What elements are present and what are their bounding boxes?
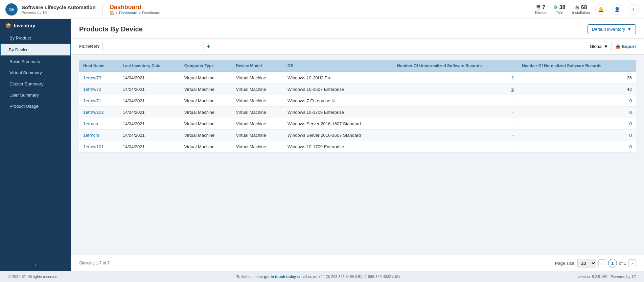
sidebar: 📦 Inventory By Product By Device Basic S… xyxy=(0,19,71,271)
unnormalized-count-link[interactable]: 2 xyxy=(511,75,514,80)
sidebar-item-cluster-summary[interactable]: Cluster Summary xyxy=(0,78,71,89)
inventory-icon: 📦 xyxy=(5,23,11,28)
col-computer-type: Computer Type xyxy=(180,60,232,72)
breadcrumb-dashboard-link[interactable]: Dashboard xyxy=(119,11,137,15)
prev-page-button[interactable]: ‹ xyxy=(598,259,606,267)
host-name-link[interactable]: 1etrnw101 xyxy=(83,144,104,149)
host-name-link[interactable]: 1etrncm xyxy=(83,133,99,138)
breadcrumb-separator1: > xyxy=(116,11,118,15)
export-icon: 📤 xyxy=(615,44,621,49)
export-label: Export xyxy=(622,44,636,49)
stat-installation: 🖨️ 68 Installation xyxy=(572,4,590,15)
sidebar-user-summary-label: User Summary xyxy=(9,93,39,98)
cell-last-inventory-date: 14/04/2021 xyxy=(119,130,180,141)
global-label: Global xyxy=(590,44,602,49)
sidebar-item-virtual-summary[interactable]: Virtual Summary xyxy=(0,67,71,78)
sidebar-cluster-summary-label: Cluster Summary xyxy=(9,81,43,86)
breadcrumb-home-icon: 🏠 xyxy=(110,11,114,15)
col-unnormalized: Number Of Unnormalized Software Records xyxy=(393,60,518,72)
cell-normalized: 0 xyxy=(518,107,636,118)
content-header: Products By Device Default Inventory ▼ xyxy=(71,19,644,39)
sidebar-item-by-device[interactable]: By Device xyxy=(0,44,71,56)
cell-os: Windows 10-1709 Enterprise xyxy=(283,141,393,153)
cell-device-model: Virtual Machine xyxy=(232,130,283,141)
sidebar-by-product-label: By Product xyxy=(9,35,31,41)
host-name-link[interactable]: 1etrnap xyxy=(83,121,98,126)
cell-device-model: Virtual Machine xyxy=(232,107,283,118)
app-logo: 1E xyxy=(5,3,18,16)
sidebar-item-user-summary[interactable]: User Summary xyxy=(0,89,71,101)
current-page-number[interactable]: 1 xyxy=(608,259,617,267)
top-header: 1E Software Lifecycle Automation Powered… xyxy=(0,0,644,19)
filter-input[interactable] xyxy=(102,42,204,51)
cell-unnormalized: - xyxy=(393,130,518,141)
cell-os: Windows Server 2016-1607 Standard xyxy=(283,130,393,141)
sidebar-item-product-usage[interactable]: Product Usage xyxy=(0,101,71,112)
sidebar-collapse-button[interactable]: ‹ xyxy=(0,259,71,271)
cell-normalized: 42 xyxy=(518,84,636,95)
inventory-selector-chevron: ▼ xyxy=(627,27,631,32)
unnormalized-count-link[interactable]: 3 xyxy=(511,87,514,92)
sidebar-item-by-product[interactable]: By Product xyxy=(0,32,71,44)
app-title-block: Software Lifecycle Automation Powered by… xyxy=(22,4,96,15)
breadcrumb-current: Dashboard xyxy=(142,11,160,15)
inventory-selector-button[interactable]: Default Inventory ▼ xyxy=(588,24,636,34)
cell-computer-type: Virtual Machine xyxy=(180,107,232,118)
content-area: Products By Device Default Inventory ▼ F… xyxy=(71,19,644,271)
collapse-icon: ‹ xyxy=(35,262,36,267)
cell-host-name: 1etrncm xyxy=(79,130,119,141)
cell-os: Windows 10-1607 Enterprise xyxy=(283,84,393,95)
user-profile-button[interactable]: 👤 xyxy=(612,4,622,15)
add-filter-button[interactable]: + xyxy=(207,43,210,50)
filter-bar: FILTER BY + Global ▼ 📤 Export xyxy=(71,39,644,55)
app-subtitle: Powered by 1E xyxy=(22,10,96,15)
inventory-selector-label: Default Inventory xyxy=(592,27,625,32)
stat-device: 🖥️ 7 Device xyxy=(535,4,547,15)
stat-title-count: 38 xyxy=(559,4,566,10)
cell-unnormalized: - xyxy=(393,95,518,107)
stat-title-label: Title xyxy=(556,10,562,15)
page-of-text: of 1 xyxy=(619,261,626,266)
sidebar-product-usage-label: Product Usage xyxy=(9,104,39,109)
table-row: 1etrnw10214/04/2021Virtual MachineVirtua… xyxy=(79,107,636,118)
sidebar-basic-summary-label: Basic Summary xyxy=(9,59,40,64)
table-row: 1etrnw7214/04/2021Virtual MachineVirtual… xyxy=(79,84,636,95)
cell-computer-type: Virtual Machine xyxy=(180,130,232,141)
cell-os: Windows 7 Enterprise N xyxy=(283,95,393,107)
next-page-button[interactable]: › xyxy=(628,259,636,267)
global-selector-button[interactable]: Global ▼ xyxy=(586,42,612,51)
table-row: 1etrnw7114/04/2021Virtual MachineVirtual… xyxy=(79,95,636,107)
notification-bell-button[interactable]: 🔔 xyxy=(595,4,606,15)
page-size-label: Page size: xyxy=(555,261,576,266)
sidebar-inventory-header: 📦 Inventory xyxy=(0,19,71,32)
host-name-link[interactable]: 1etrnw71 xyxy=(83,98,101,103)
host-name-link[interactable]: 1etrnw102 xyxy=(83,110,104,115)
cell-normalized: 0 xyxy=(518,118,636,130)
cell-computer-type: Virtual Machine xyxy=(180,141,232,153)
sidebar-item-basic-summary[interactable]: Basic Summary xyxy=(0,56,71,67)
page-controls: Page size: 20 50 100 ‹ 1 of 1 › xyxy=(555,259,636,267)
host-name-link[interactable]: 1etrnw72 xyxy=(83,87,101,92)
col-normalized: Number Of Normalized Software Records xyxy=(518,60,636,72)
cell-os: Windows Server 2016-1607 Standard xyxy=(283,118,393,130)
footer-contact-link[interactable]: get in touch today xyxy=(264,275,297,279)
host-name-link[interactable]: 1etrnw73 xyxy=(83,75,101,80)
user-initial-button[interactable]: T xyxy=(628,4,639,15)
stat-installation-count: 68 xyxy=(581,4,587,10)
cell-last-inventory-date: 14/04/2021 xyxy=(119,118,180,130)
sidebar-virtual-summary-label: Virtual Summary xyxy=(9,70,42,75)
stat-device-label: Device xyxy=(535,10,547,15)
products-by-device-table: Host Name Last Inventory Date Computer T… xyxy=(79,60,636,153)
cell-last-inventory-date: 14/04/2021 xyxy=(119,95,180,107)
cell-device-model: Virtual Machine xyxy=(232,141,283,153)
export-button[interactable]: 📤 Export xyxy=(615,44,636,49)
showing-text: Showing 1-7 of 7 xyxy=(79,261,110,265)
content-page-title: Products By Device xyxy=(79,25,143,33)
stat-device-icon: 🖥️ 7 xyxy=(536,4,545,10)
page-size-select[interactable]: 20 50 100 xyxy=(577,259,596,267)
col-os: OS xyxy=(283,60,393,72)
cell-unnormalized: - xyxy=(393,141,518,153)
cell-device-model: Virtual Machine xyxy=(232,84,283,95)
table-header-row: Host Name Last Inventory Date Computer T… xyxy=(79,60,636,72)
table-container: Host Name Last Inventory Date Computer T… xyxy=(71,55,644,255)
